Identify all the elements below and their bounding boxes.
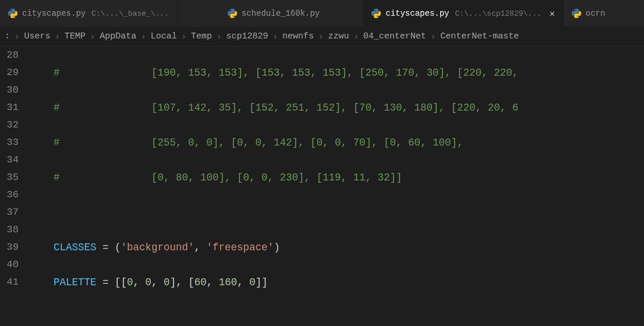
line-number: 40 (0, 256, 19, 274)
chevron-right-icon: › (316, 32, 325, 41)
python-icon (8, 9, 17, 18)
code-line: PALETTE = [[0, 0, 0], [60, 160, 0]] (29, 274, 644, 291)
bc-item[interactable]: Users (24, 31, 50, 41)
tab-schedule[interactable]: schedule_160k.py (220, 0, 328, 27)
tab-cityscapes-scp[interactable]: cityscapes.py C:\...\scp12829\... ✕ (363, 0, 563, 27)
tab-label: ocrn (586, 9, 606, 18)
chevron-right-icon: › (351, 32, 360, 41)
line-number: 35 (0, 169, 19, 186)
bc-item[interactable]: 04_centerNet (363, 31, 426, 41)
code-line: CLASSES = ('background', 'freespace') (29, 239, 644, 256)
python-icon (371, 9, 381, 18)
code-line: # [255, 0, 0], [0, 0, 142], [0, 0, 70], … (29, 134, 644, 151)
code-line: # [107, 142, 35], [152, 251, 152], [70, … (29, 99, 644, 116)
code-line (29, 204, 644, 221)
breadcrumb[interactable]: :› Users› TEMP› AppData› Local› Temp› sc… (0, 27, 644, 47)
chevron-right-icon: › (271, 32, 280, 41)
line-number: 30 (0, 82, 19, 99)
bc-item[interactable]: : (5, 31, 10, 41)
tab-cityscapes-base[interactable]: cityscapes.py C:\...\_base_\... (0, 0, 178, 27)
line-number: 39 (0, 239, 19, 256)
line-number: 41 (0, 274, 19, 291)
code-content[interactable]: # [190, 153, 153], [153, 153, 153], [250… (29, 47, 644, 326)
line-number: 31 (0, 99, 19, 116)
chevron-right-icon: › (88, 32, 97, 41)
bc-item[interactable]: Local (151, 31, 177, 41)
line-number: 29 (0, 64, 19, 82)
tab-label: schedule_160k.py (242, 9, 320, 18)
bc-item[interactable]: Temp (191, 31, 212, 41)
chevron-right-icon: › (12, 32, 22, 41)
line-number: 28 (0, 47, 19, 64)
line-number: 32 (0, 116, 19, 134)
bc-item[interactable]: CenterNet-maste (440, 31, 519, 41)
python-icon (572, 9, 581, 18)
chevron-right-icon: › (139, 32, 148, 41)
bc-item[interactable]: scp12829 (227, 31, 268, 41)
tab-label: cityscapes.py (22, 9, 86, 18)
bc-item[interactable]: TEMP (65, 31, 86, 41)
python-icon (228, 9, 237, 18)
line-number: 38 (0, 221, 19, 239)
chevron-right-icon: › (179, 32, 189, 41)
bc-item[interactable]: AppData (100, 31, 136, 41)
tab-detail: C:\...\scp12829\... (455, 9, 541, 18)
chevron-right-icon: › (214, 32, 224, 41)
code-line (29, 309, 644, 326)
code-line: # [0, 80, 100], [0, 0, 230], [119, 11, 3… (29, 169, 644, 186)
bc-item[interactable]: newnfs (282, 31, 314, 41)
tab-label: cityscapes.py (385, 9, 449, 18)
line-number: 34 (0, 151, 19, 169)
line-number: 33 (0, 134, 19, 151)
line-number: 37 (0, 204, 19, 221)
tab-bar: cityscapes.py C:\...\_base_\... schedule… (0, 0, 644, 27)
bc-item[interactable]: zzwu (328, 31, 349, 41)
code-editor[interactable]: 28 29 30 31 32 33 34 35 36 37 38 39 40 4… (0, 47, 644, 326)
code-line: # [190, 153, 153], [153, 153, 153], [250… (29, 64, 644, 82)
line-number: 36 (0, 186, 19, 204)
tab-detail: C:\...\_base_\... (91, 9, 169, 18)
chevron-right-icon: › (52, 32, 62, 41)
close-icon[interactable]: ✕ (550, 8, 555, 19)
tab-ocrn[interactable]: ocrn (564, 0, 614, 27)
line-number-gutter: 28 29 30 31 32 33 34 35 36 37 38 39 40 4… (0, 47, 29, 326)
chevron-right-icon: › (429, 32, 438, 41)
